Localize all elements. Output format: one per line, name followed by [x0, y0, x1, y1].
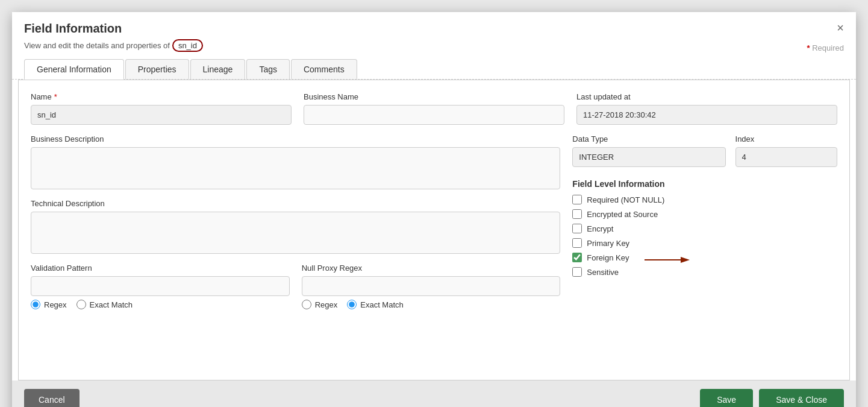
- encrypted-src-label[interactable]: Encrypted at Source: [587, 210, 658, 219]
- validation-pattern-input[interactable]: [31, 276, 290, 296]
- sensitive-checkbox[interactable]: [572, 267, 582, 277]
- cancel-button[interactable]: Cancel: [24, 389, 80, 407]
- tab-tags[interactable]: Tags: [246, 59, 290, 79]
- index-input[interactable]: [735, 147, 837, 167]
- data-type-input[interactable]: [572, 147, 725, 167]
- validation-radio-group: Regex Exact Match: [31, 300, 290, 309]
- sensitive-label[interactable]: Sensitive: [587, 268, 619, 277]
- encrypted-src-checkbox-item: Encrypted at Source: [572, 209, 837, 219]
- modal-subtitle: View and edit the details and properties…: [24, 39, 844, 52]
- primary-key-label[interactable]: Primary Key: [587, 239, 629, 248]
- null-proxy-exact-radio[interactable]: [347, 300, 357, 309]
- svg-marker-1: [681, 257, 690, 263]
- name-field-group: Name *: [31, 92, 292, 125]
- data-type-label: Data Type: [572, 134, 725, 144]
- required-text: Required: [812, 43, 844, 52]
- name-required-asterisk: *: [54, 92, 57, 101]
- null-proxy-regex-option[interactable]: Regex: [302, 300, 338, 309]
- foreign-key-label[interactable]: Foreign Key: [587, 253, 629, 262]
- name-input[interactable]: [31, 105, 292, 125]
- index-label: Index: [735, 134, 837, 144]
- data-type-index-row: Data Type Index: [572, 134, 837, 167]
- tech-desc-field-group: Technical Description: [31, 199, 560, 254]
- null-proxy-input[interactable]: [302, 276, 561, 296]
- last-updated-input: [576, 105, 837, 125]
- field-level-info-section: Field Level Information Required (NOT NU…: [572, 179, 837, 282]
- foreign-key-checkbox-item: Foreign Key: [572, 253, 837, 262]
- encrypt-checkbox[interactable]: [572, 224, 582, 233]
- encrypted-src-checkbox[interactable]: [572, 209, 582, 219]
- subtitle-text: View and edit the details and properties…: [24, 41, 170, 50]
- data-type-field-group: Data Type: [572, 134, 725, 167]
- name-label: Name *: [31, 92, 292, 101]
- tab-comments[interactable]: Comments: [291, 59, 357, 79]
- field-name-badge: sn_id: [172, 39, 203, 52]
- tab-bar: General Information Properties Lineage T…: [24, 59, 844, 79]
- validation-pattern-group: Validation Pattern Regex Exact Match: [31, 263, 290, 309]
- foreign-key-arrow-annotation: [645, 254, 693, 266]
- required-asterisk: *: [807, 43, 810, 52]
- validation-regex-option[interactable]: Regex: [31, 300, 67, 309]
- null-proxy-group: Null Proxy Regex Regex Exact Match: [302, 263, 561, 309]
- last-updated-label: Last updated at: [576, 92, 837, 101]
- validation-pattern-label: Validation Pattern: [31, 263, 290, 273]
- required-nn-checkbox[interactable]: [572, 195, 582, 204]
- null-proxy-exact-option[interactable]: Exact Match: [347, 300, 404, 309]
- tab-lineage[interactable]: Lineage: [190, 59, 246, 79]
- footer-right-buttons: Save Save & Close: [700, 389, 844, 407]
- required-note: * Required: [807, 43, 844, 52]
- null-proxy-regex-radio[interactable]: [302, 300, 311, 309]
- save-close-button[interactable]: Save & Close: [759, 389, 844, 407]
- business-desc-textarea[interactable]: [31, 147, 560, 189]
- encrypt-checkbox-item: Encrypt: [572, 224, 837, 233]
- last-updated-field-group: Last updated at: [576, 92, 837, 125]
- modal-footer: Cancel Save Save & Close: [12, 380, 856, 407]
- field-information-modal: Field Information View and edit the deta…: [12, 12, 856, 407]
- business-desc-label: Business Description: [31, 134, 560, 144]
- required-nn-label[interactable]: Required (NOT NULL): [587, 195, 664, 204]
- encrypt-label[interactable]: Encrypt: [587, 224, 613, 233]
- validation-exact-radio[interactable]: [76, 300, 86, 309]
- index-field-group: Index: [735, 134, 837, 167]
- field-level-title: Field Level Information: [572, 179, 837, 189]
- primary-key-checkbox-item: Primary Key: [572, 238, 837, 248]
- foreign-key-checkbox[interactable]: [572, 253, 582, 262]
- tech-desc-textarea[interactable]: [31, 212, 560, 254]
- modal-title: Field Information: [24, 22, 844, 36]
- modal-header: Field Information View and edit the deta…: [12, 12, 856, 80]
- business-name-label: Business Name: [304, 92, 564, 101]
- null-proxy-label: Null Proxy Regex: [302, 263, 561, 273]
- business-name-field-group: Business Name: [304, 92, 564, 125]
- modal-body: Name * Business Name Last updated at Bus…: [18, 80, 850, 380]
- validation-exact-option[interactable]: Exact Match: [76, 300, 133, 309]
- tab-general-information[interactable]: General Information: [24, 59, 124, 80]
- required-nn-checkbox-item: Required (NOT NULL): [572, 195, 837, 204]
- primary-key-checkbox[interactable]: [572, 238, 582, 248]
- right-section: Data Type Index Field Level Information …: [572, 134, 837, 309]
- validation-regex-radio[interactable]: [31, 300, 40, 309]
- close-button[interactable]: ×: [837, 22, 844, 34]
- save-button[interactable]: Save: [700, 389, 753, 407]
- null-proxy-radio-group: Regex Exact Match: [302, 300, 561, 309]
- business-name-input[interactable]: [304, 105, 564, 125]
- tab-properties[interactable]: Properties: [125, 59, 189, 79]
- tech-desc-label: Technical Description: [31, 199, 560, 208]
- business-desc-field-group: Business Description: [31, 134, 560, 189]
- sensitive-checkbox-item: Sensitive: [572, 267, 837, 277]
